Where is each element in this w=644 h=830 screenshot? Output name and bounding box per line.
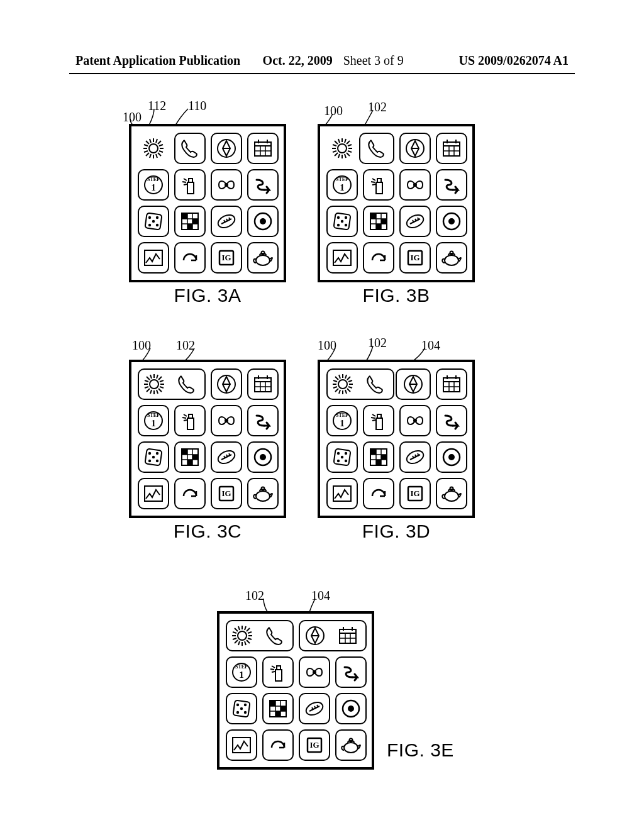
ig-label: IG — [404, 253, 426, 263]
bow-icon[interactable] — [211, 169, 242, 201]
device-outline: STEP 1 IG — [318, 124, 475, 282]
step1-label-bottom: 1 — [331, 182, 353, 193]
ig-label: IG — [215, 489, 238, 499]
redo-icon[interactable] — [363, 478, 394, 509]
s-arrow-icon[interactable] — [436, 169, 467, 201]
bow-icon[interactable] — [399, 169, 431, 201]
step1-icon[interactable]: STEP 1 — [326, 405, 358, 436]
s-arrow-icon[interactable] — [247, 169, 279, 201]
ig-icon[interactable]: IG — [211, 478, 242, 509]
phone-icon[interactable] — [359, 133, 394, 164]
ig-icon[interactable]: IG — [399, 242, 431, 274]
figure-3e: 102 104 STEP 1 — [217, 585, 374, 770]
bow-icon[interactable] — [299, 656, 330, 688]
dice-icon[interactable] — [138, 206, 169, 237]
step1-icon[interactable]: STEP 1 — [326, 169, 358, 201]
redo-icon[interactable] — [262, 729, 294, 761]
s-arrow-icon[interactable] — [436, 405, 467, 436]
teapot-icon[interactable] — [436, 478, 467, 509]
chart-icon[interactable] — [226, 729, 257, 761]
crossword-icon[interactable] — [174, 206, 206, 237]
redo-icon[interactable] — [174, 242, 206, 274]
publication-label: Patent Application Publication — [75, 53, 240, 68]
spray-icon[interactable] — [363, 405, 394, 436]
teapot-icon[interactable] — [436, 242, 467, 274]
chart-icon[interactable] — [326, 478, 358, 509]
dice-icon[interactable] — [326, 441, 358, 473]
step1-label-bottom: 1 — [142, 182, 165, 193]
spray-icon[interactable] — [174, 405, 206, 436]
football-icon[interactable] — [211, 206, 242, 237]
calendar-icon[interactable] — [330, 620, 367, 651]
compass-icon[interactable] — [211, 368, 242, 400]
compass-icon[interactable] — [396, 368, 431, 400]
home-icon-grid: STEP 1 IG — [226, 620, 365, 761]
chart-icon[interactable] — [138, 242, 169, 274]
chart-icon[interactable] — [138, 478, 169, 509]
phone-icon[interactable] — [174, 133, 206, 164]
spray-icon[interactable] — [363, 169, 394, 201]
crossword-icon[interactable] — [262, 693, 294, 724]
step1-label-bottom: 1 — [230, 670, 253, 680]
sunflower-icon[interactable] — [326, 368, 358, 400]
football-icon[interactable] — [399, 441, 431, 473]
compass-icon[interactable] — [299, 620, 330, 651]
step1-icon[interactable]: STEP 1 — [138, 169, 169, 201]
chart-icon[interactable] — [326, 242, 358, 274]
teapot-icon[interactable] — [247, 242, 279, 274]
dice-icon[interactable] — [138, 441, 169, 473]
s-arrow-icon[interactable] — [247, 405, 279, 436]
crossword-icon[interactable] — [174, 441, 206, 473]
compass-icon[interactable] — [399, 133, 431, 164]
teapot-icon[interactable] — [335, 729, 367, 761]
ref-labels-3c: 100 102 — [129, 333, 286, 360]
calendar-icon[interactable] — [436, 133, 467, 164]
step1-icon[interactable]: STEP 1 — [138, 405, 169, 436]
football-icon[interactable] — [299, 693, 330, 724]
sunflower-icon[interactable] — [138, 368, 169, 400]
bow-icon[interactable] — [399, 405, 431, 436]
ig-label: IG — [215, 253, 238, 263]
calendar-icon[interactable] — [247, 368, 279, 400]
crossword-icon[interactable] — [363, 441, 394, 473]
ig-icon[interactable]: IG — [211, 242, 242, 274]
step1-label-top: STEP — [142, 412, 165, 418]
dice-icon[interactable] — [226, 693, 257, 724]
record-icon[interactable] — [436, 441, 467, 473]
spray-icon[interactable] — [262, 656, 294, 688]
figure-caption: FIG. 3E — [387, 739, 475, 761]
phone-icon[interactable] — [257, 620, 294, 651]
step1-icon[interactable]: STEP 1 — [226, 656, 257, 688]
record-icon[interactable] — [335, 693, 367, 724]
crossword-icon[interactable] — [363, 206, 394, 237]
figure-3a: 100 112 110 STEP 1 — [129, 97, 286, 306]
sunflower-icon[interactable] — [138, 133, 169, 164]
sunflower-icon[interactable] — [226, 620, 257, 651]
figure-caption: FIG. 3B — [318, 285, 475, 306]
record-icon[interactable] — [436, 206, 467, 237]
redo-icon[interactable] — [174, 478, 206, 509]
step1-label-bottom: 1 — [142, 418, 165, 429]
ref-labels-3e: 102 104 — [217, 585, 374, 611]
s-arrow-icon[interactable] — [335, 656, 367, 688]
dice-icon[interactable] — [326, 206, 358, 237]
calendar-icon[interactable] — [247, 133, 279, 164]
spray-icon[interactable] — [174, 169, 206, 201]
ig-icon[interactable]: IG — [299, 729, 330, 761]
football-icon[interactable] — [211, 441, 242, 473]
compass-icon[interactable] — [211, 133, 242, 164]
calendar-icon[interactable] — [436, 368, 467, 400]
sunflower-icon[interactable] — [326, 133, 358, 164]
phone-icon[interactable] — [169, 368, 206, 400]
phone-icon[interactable] — [358, 368, 394, 400]
ig-icon[interactable]: IG — [399, 478, 431, 509]
bow-icon[interactable] — [211, 405, 242, 436]
redo-icon[interactable] — [363, 242, 394, 274]
home-icon-grid: STEP 1 IG — [138, 368, 277, 509]
teapot-icon[interactable] — [247, 478, 279, 509]
step1-label-top: STEP — [142, 177, 165, 182]
football-icon[interactable] — [399, 206, 431, 237]
record-icon[interactable] — [247, 206, 279, 237]
device-outline: STEP 1 IG — [318, 360, 475, 518]
record-icon[interactable] — [247, 441, 279, 473]
